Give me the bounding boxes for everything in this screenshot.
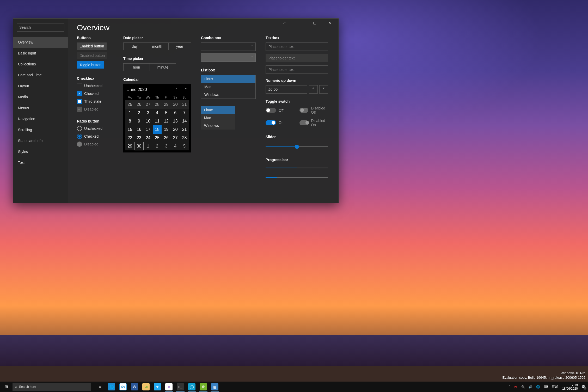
radio-checked[interactable]	[77, 134, 82, 139]
calendar-day[interactable]: 2	[134, 109, 144, 117]
calendar-day[interactable]: 27	[171, 134, 180, 142]
sidebar-item-status-and-info[interactable]: Status and Info	[13, 135, 68, 146]
calendar-day[interactable]: 24	[144, 134, 153, 142]
calendar-day[interactable]: 25	[125, 100, 134, 109]
calendar-day[interactable]: 21	[180, 125, 189, 134]
list-item[interactable]: Windows	[201, 91, 255, 99]
sidebar-item-navigation[interactable]: Navigation	[13, 113, 68, 124]
slider[interactable]	[266, 144, 328, 149]
slider-thumb[interactable]	[295, 145, 299, 149]
calendar[interactable]: June 2020 ˄ ˅ MoTuWeThFrSaSu252627282930…	[123, 84, 191, 152]
calendar-day[interactable]: 14	[180, 117, 189, 125]
calendar-day[interactable]: 15	[125, 125, 134, 134]
calendar-day[interactable]: 4	[153, 109, 162, 117]
sidebar-item-media[interactable]: Media	[13, 91, 68, 102]
calendar-day[interactable]: 26	[134, 100, 144, 109]
calendar-day[interactable]: 23	[134, 134, 144, 142]
checkbox-indeterminate[interactable]	[77, 99, 82, 104]
list-item[interactable]: Linux	[201, 75, 255, 83]
calendar-day[interactable]: 30	[171, 100, 180, 109]
calendar-day[interactable]: 28	[180, 134, 189, 142]
list-item[interactable]: Linux	[201, 106, 235, 114]
calendar-day[interactable]: 13	[171, 117, 180, 125]
calendar-day[interactable]: 11	[153, 117, 162, 125]
calendar-day[interactable]: 6	[171, 109, 180, 117]
sidebar-item-styles[interactable]: Styles	[13, 146, 68, 157]
date-picker-day[interactable]: day	[124, 43, 146, 50]
close-button[interactable]: ✕	[324, 21, 335, 25]
heading-textbox: Textbox	[266, 36, 328, 40]
calendar-prev-icon[interactable]: ˄	[176, 88, 178, 92]
calendar-day[interactable]: 3	[162, 142, 171, 150]
date-picker-year[interactable]: year	[169, 43, 191, 50]
sidebar-item-collections[interactable]: Collections	[13, 59, 68, 70]
calendar-day[interactable]: 7	[180, 109, 189, 117]
calendar-day[interactable]: 19	[162, 125, 171, 134]
numeric-up-down[interactable]: £0.00 ˄ ˅	[266, 85, 328, 94]
calendar-day[interactable]: 1	[125, 109, 134, 117]
textbox-3[interactable]: Placeholder text	[266, 65, 328, 74]
list-item[interactable]: Windows	[201, 122, 235, 130]
time-picker-minute[interactable]: minute	[150, 64, 176, 71]
textbox-readonly: Placeholder text	[266, 54, 328, 62]
calendar-day[interactable]: 27	[144, 100, 153, 109]
numeric-up-button[interactable]: ˄	[309, 85, 318, 94]
sidebar-search-input[interactable]: Search	[17, 23, 64, 32]
time-picker[interactable]: hour minute	[123, 63, 176, 71]
sidebar-item-menus[interactable]: Menus	[13, 102, 68, 113]
minimize-button[interactable]: —	[294, 21, 305, 25]
calendar-day[interactable]: 29	[125, 142, 134, 150]
enabled-button[interactable]: Enabled button	[77, 42, 107, 50]
toggle-on[interactable]	[266, 120, 276, 125]
calendar-day[interactable]: 3	[144, 109, 153, 117]
calendar-day[interactable]: 16	[134, 125, 144, 134]
calendar-day[interactable]: 22	[125, 134, 134, 142]
sidebar-item-scrolling[interactable]: Scrolling	[13, 124, 68, 135]
calendar-day[interactable]: 17	[144, 125, 153, 134]
calendar-day[interactable]: 5	[162, 109, 171, 117]
calendar-day[interactable]: 12	[162, 117, 171, 125]
calendar-day[interactable]: 26	[162, 134, 171, 142]
calendar-day[interactable]: 5	[180, 142, 189, 150]
maximize-button[interactable]: ▢	[309, 21, 320, 25]
list-item[interactable]: Mac	[201, 114, 235, 122]
checkbox-checked[interactable]: ✓	[77, 91, 82, 96]
sidebar: Search OverviewBasic InputCollectionsDat…	[13, 19, 68, 203]
calendar-day[interactable]: 29	[162, 100, 171, 109]
calendar-day[interactable]: 31	[180, 100, 189, 109]
numeric-value[interactable]: £0.00	[266, 85, 307, 94]
calendar-day[interactable]: 2	[153, 142, 162, 150]
textbox[interactable]: Placeholder text	[266, 42, 328, 51]
calendar-day[interactable]: 1	[144, 142, 153, 150]
toggle-button[interactable]: Toggle button	[77, 61, 104, 69]
radio-unchecked[interactable]	[77, 126, 82, 131]
calendar-day[interactable]: 18	[153, 125, 162, 134]
date-picker[interactable]: day month year	[123, 42, 191, 50]
sidebar-item-overview[interactable]: Overview	[13, 37, 68, 48]
calendar-day[interactable]: 25	[153, 134, 162, 142]
fullscreen-button[interactable]: ⤢	[279, 21, 290, 25]
calendar-next-icon[interactable]: ˅	[185, 88, 187, 92]
content-area: Overview Buttons Enabled button Disabled…	[68, 19, 339, 203]
time-picker-hour[interactable]: hour	[124, 64, 150, 71]
checkbox-unchecked[interactable]	[77, 83, 82, 88]
calendar-day[interactable]: 20	[171, 125, 180, 134]
listbox[interactable]: LinuxMacWindows	[201, 75, 256, 99]
calendar-day[interactable]: 10	[144, 117, 153, 125]
calendar-day[interactable]: 9	[134, 117, 144, 125]
calendar-day[interactable]: 4	[171, 142, 180, 150]
sidebar-item-layout[interactable]: Layout	[13, 81, 68, 91]
sidebar-item-date-and-time[interactable]: Date and Time	[13, 70, 68, 81]
date-picker-month[interactable]: month	[146, 43, 168, 50]
calendar-day[interactable]: 30	[134, 142, 144, 150]
listbox-small[interactable]: LinuxMacWindows	[201, 106, 235, 130]
combo-box[interactable]: ˅	[201, 42, 256, 51]
list-item[interactable]: Mac	[201, 83, 255, 91]
sidebar-item-text[interactable]: Text	[13, 157, 68, 168]
toggle-off[interactable]	[266, 108, 276, 113]
calendar-month-label[interactable]: June 2020	[127, 87, 147, 92]
numeric-down-button[interactable]: ˅	[319, 85, 328, 94]
calendar-day[interactable]: 28	[153, 100, 162, 109]
sidebar-item-basic-input[interactable]: Basic Input	[13, 48, 68, 59]
calendar-day[interactable]: 8	[125, 117, 134, 125]
